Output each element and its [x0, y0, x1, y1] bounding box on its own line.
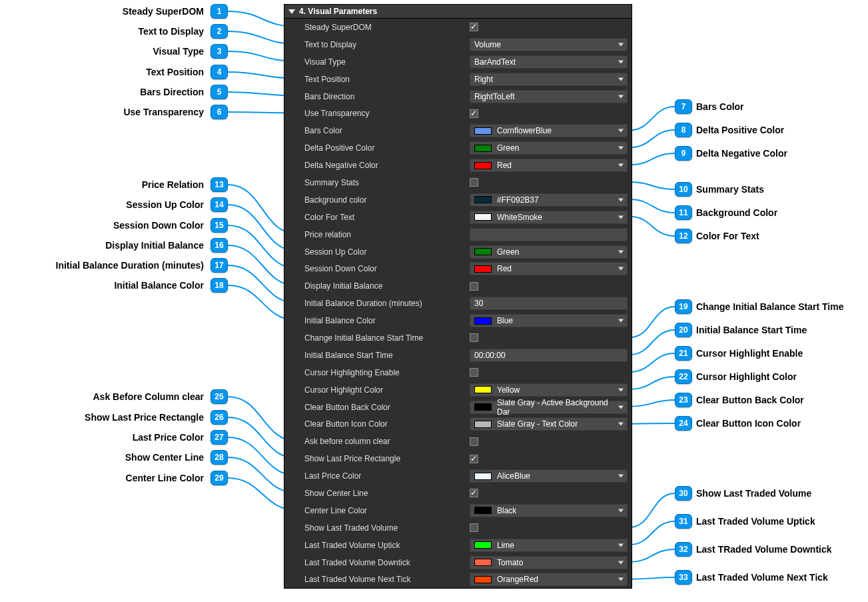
color-picker-sessionDownColor[interactable]: Red	[470, 262, 628, 275]
color-picker-lastTradedVolNext[interactable]: OrangeRed	[470, 573, 628, 586]
panel-header[interactable]: 4. Visual Parameters	[284, 5, 632, 19]
label-lastTradedVolNext: Last Traded Volume Next Tick	[284, 575, 470, 584]
callout-bubble-27: 27	[211, 430, 228, 445]
callout-label-15: Session Down Color	[113, 220, 204, 231]
swatch-lastTradedVolNext	[474, 576, 492, 583]
checkbox-askBeforeClear[interactable]	[470, 437, 478, 446]
swatch-colorForText	[474, 213, 492, 221]
chevron-down-icon	[618, 267, 624, 271]
callout-label-23: Clear Button Back Color	[696, 395, 804, 405]
callout-label-31: Last Traded Volume Uptick	[696, 516, 815, 527]
select-barsDirection[interactable]: RightToLeft	[470, 90, 628, 103]
callout-label-25: Ask Before Column clear	[93, 391, 205, 402]
color-picker-lastPriceColor[interactable]: AliceBlue	[470, 469, 628, 483]
row-textPosition: Text PositionRight	[284, 71, 632, 88]
label-textPosition: Text Position	[284, 75, 470, 84]
callout-label-16: Display Initial Balance	[105, 240, 204, 251]
input-priceRelation[interactable]	[470, 228, 628, 241]
select-visualType[interactable]: BarAndText	[470, 55, 628, 69]
checkbox-useTransparency[interactable]	[470, 109, 478, 118]
callout-label-24: Clear Button Icon Color	[696, 418, 801, 429]
value-lastTradedVolNext: OrangeRed	[497, 575, 538, 584]
row-sessionUpColor: Session Up ColorGreen	[284, 243, 632, 261]
row-askBeforeClear: Ask before column clear	[284, 433, 632, 450]
value-ibColor: Blue	[497, 316, 513, 325]
swatch-deltaNegativeColor	[474, 162, 492, 169]
color-picker-sessionUpColor[interactable]: Green	[470, 245, 628, 259]
callout-label-17: Initial Balance Duration (minutes)	[56, 260, 204, 271]
value-lastPriceColor: AliceBlue	[497, 471, 530, 481]
color-picker-colorForText[interactable]: WhiteSmoke	[470, 211, 628, 224]
chevron-down-icon	[618, 95, 624, 98]
collapse-icon	[288, 9, 295, 14]
callout-label-5: Bars Direction	[140, 87, 204, 97]
label-lastPriceColor: Last Price Color	[284, 471, 470, 481]
chevron-down-icon	[618, 319, 624, 323]
color-picker-cursorHlColor[interactable]: Yellow	[470, 383, 628, 397]
label-showCenterLine: Show Center Line	[284, 489, 470, 498]
select-textPosition[interactable]: Right	[470, 73, 628, 86]
value-lastTradedVolUp: Lime	[497, 541, 514, 550]
callout-label-10: Summary Stats	[696, 184, 764, 195]
value-backgroundColor: #FF092B37	[497, 195, 539, 205]
callout-bubble-20: 20	[675, 323, 692, 337]
color-picker-deltaNegativeColor[interactable]: Red	[470, 159, 628, 172]
row-deltaNegativeColor: Delta Negative ColorRed	[284, 157, 632, 174]
row-sessionDownColor: Session Down ColorRed	[284, 260, 632, 277]
value-clearBtnBack: Slate Gray - Active Background Dar	[497, 398, 615, 417]
label-colorForText: Color For Text	[284, 213, 470, 222]
callout-bubble-4: 4	[211, 65, 228, 79]
chevron-down-icon	[618, 509, 624, 512]
checkbox-steadySuperdom[interactable]	[470, 23, 478, 31]
callout-bubble-11: 11	[675, 205, 692, 220]
swatch-backgroundColor	[474, 196, 492, 203]
callout-bubble-6: 6	[211, 105, 228, 119]
callout-bubble-21: 21	[675, 346, 692, 361]
color-picker-backgroundColor[interactable]: #FF092B37	[470, 193, 628, 207]
swatch-ibColor	[474, 317, 492, 325]
checkbox-showLastTradedVol[interactable]	[470, 523, 478, 532]
chevron-down-icon	[618, 405, 624, 409]
input-ibDuration[interactable]: 30	[470, 297, 628, 310]
callout-bubble-24: 24	[675, 416, 692, 431]
color-picker-centerLineColor[interactable]: Black	[470, 504, 628, 517]
color-picker-clearBtnIcon[interactable]: Slate Gray - Text Color	[470, 417, 628, 431]
checkbox-cursorHlEnable[interactable]	[470, 368, 478, 377]
row-deltaPositiveColor: Delta Positive ColorGreen	[284, 139, 632, 157]
callout-bubble-14: 14	[211, 197, 228, 212]
input-ibStartTime[interactable]: 00:00:00	[470, 349, 628, 362]
row-lastTradedVolNext: Last Traded Volume Next TickOrangeRed	[284, 571, 632, 589]
row-centerLineColor: Center Line ColorBlack	[284, 502, 632, 519]
callout-label-32: Last TRaded Volume Downtick	[696, 544, 832, 555]
checkbox-changeIbStart[interactable]	[470, 333, 478, 342]
callout-label-11: Background Color	[696, 207, 777, 218]
color-picker-barsColor[interactable]: CornflowerBlue	[470, 124, 628, 137]
color-picker-deltaPositiveColor[interactable]: Green	[470, 141, 628, 155]
label-ibDuration: Initial Balance Duration (minutes)	[284, 299, 470, 308]
row-lastPriceColor: Last Price ColorAliceBlue	[284, 467, 632, 485]
label-displayInitialBalance: Display Initial Balance	[284, 281, 470, 291]
color-picker-ibColor[interactable]: Blue	[470, 314, 628, 327]
label-useTransparency: Use Transparency	[284, 109, 470, 118]
checkbox-summaryStats[interactable]	[470, 178, 478, 187]
label-deltaPositiveColor: Delta Positive Color	[284, 143, 470, 153]
chevron-down-icon	[618, 147, 624, 150]
callout-label-2: Text to Display	[138, 26, 204, 37]
label-centerLineColor: Center Line Color	[284, 506, 470, 515]
chevron-down-icon	[618, 543, 624, 547]
label-clearBtnBack: Clear Button Back Color	[284, 403, 470, 412]
color-picker-lastTradedVolUp[interactable]: Lime	[470, 539, 628, 552]
callout-label-28: Show Center Line	[125, 452, 204, 463]
callout-bubble-1: 1	[211, 4, 228, 19]
color-picker-clearBtnBack[interactable]: Slate Gray - Active Background Dar	[470, 401, 628, 414]
row-barsColor: Bars ColorCornflowerBlue	[284, 122, 632, 139]
swatch-cursorHlColor	[474, 386, 492, 393]
chevron-down-icon	[618, 43, 624, 46]
select-textToDisplay[interactable]: Volume	[470, 38, 628, 51]
color-picker-lastTradedVolDown[interactable]: Tomato	[470, 556, 628, 569]
checkbox-showLastPriceRect[interactable]	[470, 455, 478, 463]
checkbox-displayInitialBalance[interactable]	[470, 282, 478, 291]
checkbox-showCenterLine[interactable]	[470, 489, 478, 497]
swatch-lastTradedVolUp	[474, 541, 492, 549]
value-textPosition: Right	[474, 75, 493, 84]
